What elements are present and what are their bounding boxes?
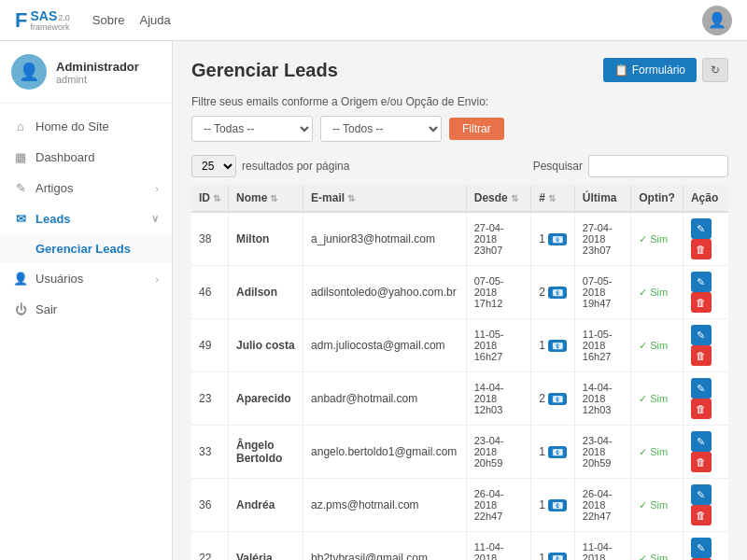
sobre-link[interactable]: Sobre bbox=[92, 13, 125, 27]
artigos-icon: ✎ bbox=[13, 181, 28, 195]
refresh-button[interactable]: ↻ bbox=[702, 58, 728, 82]
delete-button[interactable]: 🗑 bbox=[691, 239, 712, 259]
delete-button[interactable]: 🗑 bbox=[691, 399, 712, 419]
table-row: 22 Valéria bb2tvbrasil@gmail.com 11-04-2… bbox=[191, 532, 728, 561]
edit-button[interactable]: ✎ bbox=[691, 272, 712, 292]
cell-id: 49 bbox=[191, 319, 229, 372]
delete-button[interactable]: 🗑 bbox=[691, 452, 712, 472]
cell-email: anbadr@hotmail.com bbox=[303, 372, 467, 426]
cell-id: 46 bbox=[191, 266, 229, 319]
sidebar-item-sair[interactable]: ⏻ Sair bbox=[0, 294, 172, 325]
col-optin: Optin? bbox=[631, 185, 684, 212]
cell-ultima: 14-04-2018 12h03 bbox=[574, 372, 630, 426]
table-row: 23 Aparecido anbadr@hotmail.com 14-04-20… bbox=[191, 372, 728, 426]
top-nav: F SAS 2.0 framework Sobre Ajuda 👤 bbox=[0, 0, 747, 41]
sidebar-item-dashboard[interactable]: ▦ Dashboard bbox=[0, 142, 172, 173]
cell-email: az.pms@hotmail.com bbox=[303, 479, 467, 532]
cell-nome: Valéria bbox=[229, 532, 303, 561]
leads-table: ID⇅ Nome⇅ E-mail⇅ Desde⇅ #⇅ Última Optin… bbox=[191, 185, 728, 560]
sidebar-submenu-gerenciar-leads[interactable]: Gerenciar Leads bbox=[0, 234, 172, 263]
cell-id: 36 bbox=[191, 479, 229, 532]
logo: F SAS 2.0 framework bbox=[15, 8, 70, 33]
cell-optin: ✓ Sim bbox=[631, 426, 684, 479]
cell-num: 2 📧 bbox=[531, 266, 575, 319]
cell-email: adm.juliocosta@gmail.com bbox=[303, 319, 467, 372]
filter-envio-select[interactable]: -- Todos -- bbox=[320, 116, 442, 142]
cell-desde: 26-04-2018 22h47 bbox=[466, 479, 530, 532]
delete-button[interactable]: 🗑 bbox=[691, 345, 712, 366]
sidebar-item-dashboard-link[interactable]: ▦ Dashboard bbox=[0, 142, 172, 173]
cell-acao: ✎ 🗑 bbox=[683, 319, 728, 372]
sidebar-item-home[interactable]: ⌂ Home do Site bbox=[0, 111, 172, 142]
sidebar-item-sair-label: Sair bbox=[35, 302, 57, 316]
edit-button[interactable]: ✎ bbox=[691, 484, 712, 505]
cell-nome: Julio costa bbox=[229, 319, 303, 372]
sidebar-item-home-link[interactable]: ⌂ Home do Site bbox=[0, 111, 172, 142]
cell-id: 33 bbox=[191, 426, 229, 479]
sidebar-item-usuarios-link[interactable]: 👤 Usuários › bbox=[0, 263, 172, 294]
sidebar-menu: ⌂ Home do Site ▦ Dashboard ✎ Artigos › bbox=[0, 104, 172, 332]
sidebar-item-artigos[interactable]: ✎ Artigos › bbox=[0, 173, 172, 203]
cell-ultima: 23-04-2018 20h59 bbox=[574, 426, 630, 479]
ajuda-link[interactable]: Ajuda bbox=[139, 13, 170, 27]
cell-optin: ✓ Sim bbox=[631, 212, 684, 266]
edit-button[interactable]: ✎ bbox=[691, 538, 712, 558]
edit-button[interactable]: ✎ bbox=[691, 218, 712, 239]
sidebar-item-artigos-link[interactable]: ✎ Artigos › bbox=[0, 173, 172, 203]
edit-button[interactable]: ✎ bbox=[691, 431, 712, 452]
cell-acao: ✎ 🗑 bbox=[683, 266, 728, 319]
sidebar-item-sair-link[interactable]: ⏻ Sair bbox=[0, 294, 172, 325]
cell-optin: ✓ Sim bbox=[631, 479, 684, 532]
delete-button[interactable]: 🗑 bbox=[691, 505, 712, 525]
cell-desde: 11-05-2018 16h27 bbox=[466, 319, 530, 372]
cell-acao: ✎ 🗑 bbox=[683, 212, 728, 266]
cell-desde: 23-04-2018 20h59 bbox=[466, 426, 530, 479]
sidebar-item-dashboard-label: Dashboard bbox=[35, 150, 95, 164]
col-nome: Nome⇅ bbox=[229, 185, 303, 212]
sidebar-item-leads[interactable]: ✉ Leads ∨ Gerenciar Leads bbox=[0, 203, 172, 263]
user-avatar-icon[interactable]: 👤 bbox=[702, 6, 732, 35]
cell-num: 1 📧 bbox=[531, 479, 575, 532]
page-title: Gerenciar Leads bbox=[191, 60, 338, 81]
table-row: 36 Andréa az.pms@hotmail.com 26-04-2018 … bbox=[191, 479, 728, 532]
cell-num: 1 📧 bbox=[531, 319, 575, 372]
cell-num: 1 📧 bbox=[531, 212, 575, 266]
delete-button[interactable]: 🗑 bbox=[691, 292, 712, 313]
col-acao: Ação bbox=[683, 185, 728, 212]
sidebar-user-username: admint bbox=[56, 74, 139, 85]
cell-ultima: 11-05-2018 16h27 bbox=[574, 319, 630, 372]
cell-num: 1 📧 bbox=[531, 532, 575, 561]
edit-button[interactable]: ✎ bbox=[691, 378, 712, 399]
form-icon: 📋 bbox=[614, 63, 628, 77]
leads-icon: ✉ bbox=[13, 212, 28, 226]
table-row: 46 Adilson adilsontoledo@yahoo.com.br 07… bbox=[191, 266, 728, 319]
search-label: Pesquisar bbox=[533, 160, 583, 173]
dashboard-icon: ▦ bbox=[13, 150, 28, 164]
cell-desde: 27-04-2018 23h07 bbox=[466, 212, 530, 266]
chevron-down-icon: ∨ bbox=[151, 213, 159, 225]
sair-icon: ⏻ bbox=[13, 302, 28, 316]
formulario-button[interactable]: 📋 Formulário bbox=[603, 58, 697, 82]
cell-desde: 14-04-2018 12h03 bbox=[466, 372, 530, 426]
per-page-select[interactable]: 25 bbox=[191, 155, 236, 177]
search-input[interactable] bbox=[588, 155, 728, 177]
sidebar-item-usuarios[interactable]: 👤 Usuários › bbox=[0, 263, 172, 294]
chevron-right-icon-2: › bbox=[155, 273, 159, 285]
filter-button[interactable]: Filtrar bbox=[449, 118, 504, 140]
sidebar: 👤 Administrador admint ⌂ Home do Site ▦ … bbox=[0, 41, 173, 560]
filter-origem-select[interactable]: -- Todas -- bbox=[191, 116, 313, 142]
cell-email: adilsontoledo@yahoo.com.br bbox=[303, 266, 467, 319]
sidebar-item-leads-link[interactable]: ✉ Leads ∨ bbox=[0, 203, 172, 234]
header-actions: 📋 Formulário ↻ bbox=[603, 58, 728, 82]
cell-id: 22 bbox=[191, 532, 229, 561]
cell-ultima: 26-04-2018 22h47 bbox=[574, 479, 630, 532]
home-icon: ⌂ bbox=[13, 119, 28, 133]
cell-acao: ✎ 🗑 bbox=[683, 372, 728, 426]
sidebar-user-name: Administrador bbox=[56, 60, 139, 74]
edit-button[interactable]: ✎ bbox=[691, 325, 712, 345]
table-row: 49 Julio costa adm.juliocosta@gmail.com … bbox=[191, 319, 728, 372]
cell-nome: Aparecido bbox=[229, 372, 303, 426]
table-row: 38 Milton a_junior83@hotmail.com 27-04-2… bbox=[191, 212, 728, 266]
cell-email: bb2tvbrasil@gmail.com bbox=[303, 532, 467, 561]
page-header: Gerenciar Leads 📋 Formulário ↻ bbox=[191, 58, 728, 82]
